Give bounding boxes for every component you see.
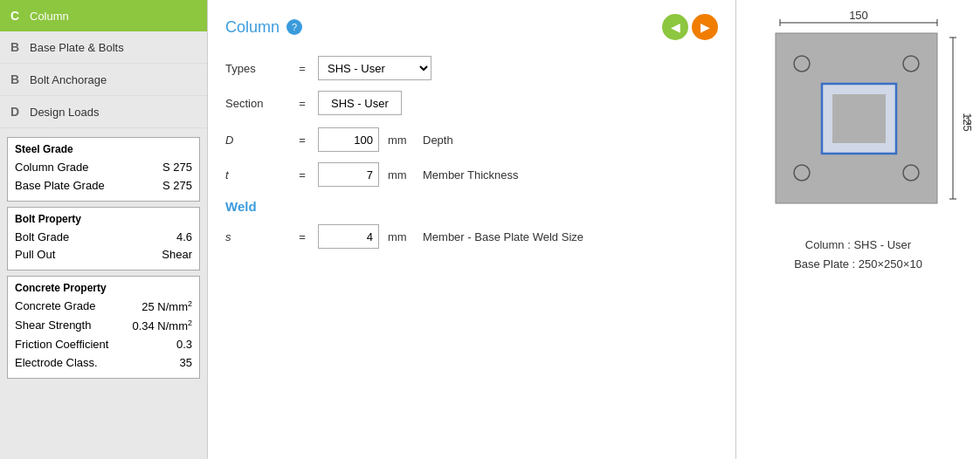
sidebar-label-baseplate: Base Plate & Bolts [30, 41, 124, 54]
weld-title: Weld [225, 199, 718, 214]
friction-label: Friction Coefficient [15, 336, 108, 354]
s-label: s [225, 230, 286, 243]
diagram-caption: Column : SHS - User Base Plate : 250×250… [794, 236, 922, 274]
types-label: Types [225, 62, 286, 75]
help-icon[interactable]: ? [286, 19, 302, 35]
sidebar-label-boltanchorage: Bolt Anchorage [30, 73, 107, 86]
section-equals: = [295, 97, 309, 110]
steel-grade-panel: Steel Grade Column Grade S 275 Base Plat… [7, 137, 200, 202]
section-label: Section [225, 97, 286, 110]
sidebar-item-boltanchorage[interactable]: B Bolt Anchorage [0, 64, 207, 96]
t-equals: = [295, 168, 309, 182]
t-input[interactable] [318, 162, 379, 187]
sidebar-letter-designloads: D [10, 105, 30, 119]
sidebar-letter-boltanchorage: B [10, 72, 30, 86]
t-label: t [225, 168, 286, 182]
nav-buttons: ◀ ▶ [662, 14, 718, 40]
sidebar-item-designloads[interactable]: D Design Loads [0, 96, 207, 128]
bolt-property-title: Bolt Property [15, 213, 192, 225]
d-label: D [225, 134, 286, 147]
s-description: Member - Base Plate Weld Size [423, 230, 583, 243]
bolt-grade-label: Bolt Grade [15, 229, 69, 247]
sidebar-label-column: Column [30, 10, 69, 23]
concrete-property-panel: Concrete Property Concrete Grade 25 N/mm… [7, 276, 200, 379]
types-select[interactable]: SHS - User [318, 56, 431, 80]
concrete-property-title: Concrete Property [15, 282, 192, 294]
next-button[interactable]: ▶ [692, 14, 718, 40]
d-description: Depth [423, 134, 453, 147]
concrete-grade-value: 25 N/mm2 [141, 298, 192, 317]
sidebar-item-baseplate[interactable]: B Base Plate & Bolts [0, 31, 207, 64]
section-button[interactable]: SHS - User [318, 91, 402, 115]
t-unit: mm [388, 168, 414, 182]
sidebar-letter-baseplate: B [10, 40, 30, 54]
main-title: Column [225, 18, 280, 37]
baseplate-grade-label: Base Plate Grade [15, 177, 105, 195]
svg-text:125: 125 [965, 114, 972, 127]
bolt-property-panel: Bolt Property Bolt Grade 4.6 Pull Out Sh… [7, 207, 200, 271]
diagram-svg: 150 125 125 [745, 7, 972, 234]
column-grade-label: Column Grade [15, 159, 89, 177]
svg-rect-15 [832, 94, 886, 143]
friction-value: 0.3 [176, 336, 192, 354]
d-input[interactable] [318, 127, 379, 152]
t-description: Member Thickness [423, 168, 519, 182]
sidebar-letter-column: C [10, 9, 30, 23]
d-unit: mm [388, 134, 414, 147]
sidebar-label-designloads: Design Loads [30, 106, 100, 119]
pullout-label: Pull Out [15, 246, 55, 264]
concrete-grade-label: Concrete Grade [15, 298, 96, 317]
baseplate-grade-value: S 275 [162, 177, 192, 195]
steel-grade-title: Steel Grade [15, 143, 192, 155]
d-equals: = [295, 134, 309, 147]
types-equals: = [295, 62, 309, 75]
diagram-panel: 150 125 125 Column : SHS - User Base Pla… [735, 0, 980, 459]
column-grade-value: S 275 [162, 159, 192, 177]
s-unit: mm [388, 230, 414, 243]
bolt-grade-value: 4.6 [176, 229, 192, 247]
electrode-label: Electrode Class. [15, 354, 98, 373]
pullout-value: Shear [162, 246, 192, 264]
prev-button[interactable]: ◀ [662, 14, 688, 40]
s-equals: = [295, 230, 309, 243]
electrode-value: 35 [180, 354, 192, 373]
s-input[interactable] [318, 224, 379, 249]
shear-strength-value: 0.34 N/mm2 [132, 317, 192, 336]
svg-text:150: 150 [849, 9, 868, 22]
sidebar-item-column[interactable]: C Column [0, 0, 207, 31]
shear-strength-label: Shear Strength [15, 317, 91, 336]
